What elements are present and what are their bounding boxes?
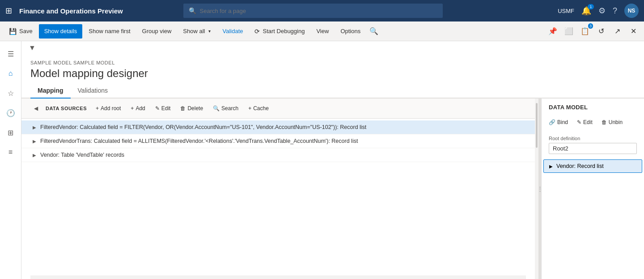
- add-root-button[interactable]: + Add root: [91, 102, 125, 115]
- unbin-label: Unbin: [609, 119, 623, 125]
- ds-panel: ◀ DATA SOURCES + Add root + Add ✎ Edit: [21, 99, 644, 279]
- show-details-button[interactable]: Show details: [39, 24, 83, 39]
- tabs-row: Mapping Validations: [21, 83, 644, 99]
- user-avatar[interactable]: NS: [624, 4, 639, 18]
- rp-tree: ▶ Vendor: Record list: [542, 158, 644, 279]
- rp-expand-arrow-icon[interactable]: ▶: [547, 163, 555, 170]
- add-root-label: Add root: [101, 105, 121, 112]
- unbin-button[interactable]: 🗑 Unbin: [598, 116, 626, 129]
- settings-icon[interactable]: ⚙: [598, 6, 606, 16]
- notification-badge: 1: [588, 4, 594, 9]
- expand-arrow-icon[interactable]: ▶: [30, 137, 38, 145]
- ds-header: ◀ DATA SOURCES + Add root + Add ✎ Edit: [21, 99, 535, 119]
- horizontal-scrollbar[interactable]: [30, 275, 526, 279]
- expand-arrow-icon[interactable]: ▶: [30, 123, 38, 131]
- edit-button[interactable]: ✎ Edit: [151, 102, 175, 115]
- main-layout: ☰ ⌂ ☆ 🕐 ⊞ ≡ ▼ SAMPLE MODEL SAMPLE MODEL …: [0, 41, 644, 279]
- data-model-panel: DATA MODEL 🔗 Bind ✎ Edit 🗑 Unbin R: [541, 99, 644, 279]
- expand-arrow-icon[interactable]: ▶: [30, 151, 38, 159]
- grid-icon[interactable]: ⊞: [5, 6, 12, 16]
- tree-item-text: FilteredVendor: Calculated field = FILTE…: [40, 124, 528, 130]
- search-label: Search: [221, 105, 238, 112]
- tab-mapping[interactable]: Mapping: [30, 83, 71, 99]
- search-icon: 🔍: [213, 105, 220, 112]
- root-definition-label: Root definition: [542, 132, 644, 143]
- org-label: USMF: [558, 8, 574, 14]
- save-button[interactable]: 💾 Save: [4, 24, 38, 39]
- help-icon[interactable]: ?: [613, 6, 617, 16]
- group-view-button[interactable]: Group view: [137, 24, 177, 39]
- tab-validations[interactable]: Validations: [71, 83, 115, 99]
- expand-icon[interactable]: ⬜: [562, 24, 576, 39]
- search-button[interactable]: 🔍 Search: [208, 102, 243, 115]
- add-root-icon: +: [96, 105, 99, 112]
- filter-icon[interactable]: ▼: [29, 44, 36, 52]
- open-new-icon[interactable]: ↗: [610, 24, 624, 39]
- toolbar-search-button[interactable]: 🔍: [367, 24, 381, 39]
- pin-icon[interactable]: 📌: [546, 24, 560, 39]
- search-icon: 🔍: [189, 7, 196, 14]
- nav-right: USMF 🔔 1 ⚙ ? NS: [558, 4, 639, 18]
- add-label: Add: [136, 105, 145, 112]
- start-debugging-button[interactable]: ⟳ Start Debugging: [249, 24, 310, 39]
- sidebar-menu-icon[interactable]: ☰: [2, 45, 20, 63]
- show-name-first-button[interactable]: Show name first: [83, 24, 136, 39]
- ds-collapse-btn[interactable]: ◀: [30, 103, 41, 114]
- rp-edit-icon: ✎: [577, 119, 581, 125]
- notification-icon[interactable]: 🔔 1: [581, 6, 591, 16]
- add-icon: +: [131, 105, 134, 112]
- search-bar[interactable]: 🔍: [183, 4, 443, 18]
- left-sidebar: ☰ ⌂ ☆ 🕐 ⊞ ≡: [0, 41, 21, 279]
- bind-button[interactable]: 🔗 Bind: [545, 116, 572, 129]
- add-button[interactable]: + Add: [126, 102, 149, 115]
- breadcrumb: SAMPLE MODEL SAMPLE MODEL: [21, 55, 644, 65]
- sidebar-workspace-icon[interactable]: ⊞: [2, 124, 20, 142]
- close-icon[interactable]: ✕: [626, 24, 640, 39]
- refresh-icon[interactable]: ↺: [594, 24, 608, 39]
- tree-item[interactable]: ▶ Vendor: Table 'VendTable' records: [21, 148, 535, 162]
- page-title: Model mapping designer: [30, 67, 635, 80]
- tree-item-text: FilteredVendorTrans: Calculated field = …: [40, 138, 528, 144]
- bind-icon: 🔗: [549, 119, 555, 125]
- sidebar-list-icon[interactable]: ≡: [2, 143, 20, 161]
- show-all-button[interactable]: Show all: [178, 24, 216, 39]
- tree-item[interactable]: ▶ FilteredVendor: Calculated field = FIL…: [21, 120, 535, 134]
- ds-main: ◀ DATA SOURCES + Add root + Add ✎ Edit: [21, 99, 535, 279]
- search-input[interactable]: [200, 8, 437, 14]
- sidebar-star-icon[interactable]: ☆: [2, 84, 20, 102]
- edit-label: Edit: [161, 105, 171, 112]
- page-title-row: Model mapping designer: [21, 65, 644, 83]
- rp-edit-button[interactable]: ✎ Edit: [573, 116, 596, 129]
- badge-icon[interactable]: 📋 3: [578, 24, 592, 39]
- toolbar-right: 📌 ⬜ 📋 3 ↺ ↗ ✕: [546, 24, 640, 39]
- content-area: ▼ SAMPLE MODEL SAMPLE MODEL Model mappin…: [21, 41, 644, 279]
- sidebar-home-icon[interactable]: ⌂: [2, 64, 20, 82]
- toolbar: 💾 Save Show details Show name first Grou…: [0, 21, 644, 41]
- debug-icon: ⟳: [254, 28, 260, 35]
- cache-icon: +: [248, 105, 251, 112]
- rp-tree-item[interactable]: ▶ Vendor: Record list: [543, 159, 642, 173]
- options-button[interactable]: Options: [335, 24, 366, 39]
- ds-title: DATA SOURCES: [46, 106, 87, 111]
- delete-button[interactable]: 🗑 Delete: [176, 102, 208, 115]
- sidebar-recent-icon[interactable]: 🕐: [2, 104, 20, 122]
- delete-icon: 🗑: [180, 105, 186, 112]
- top-nav: ⊞ Finance and Operations Preview 🔍 USMF …: [0, 0, 644, 21]
- rp-actions: 🔗 Bind ✎ Edit 🗑 Unbin: [542, 116, 644, 132]
- data-model-title: DATA MODEL: [542, 99, 644, 116]
- cache-label: Cache: [253, 105, 269, 112]
- delete-label: Delete: [187, 105, 203, 112]
- scroll-thumb: [536, 103, 538, 148]
- ds-tree: ▶ FilteredVendor: Calculated field = FIL…: [21, 119, 535, 275]
- vertical-scrollbar[interactable]: [535, 99, 538, 279]
- cache-button[interactable]: + Cache: [244, 102, 273, 115]
- validate-button[interactable]: Validate: [217, 24, 248, 39]
- root-definition-input[interactable]: [549, 143, 637, 154]
- rp-tree-item-text: Vendor: Record list: [556, 163, 604, 169]
- view-button[interactable]: View: [311, 24, 334, 39]
- tree-item[interactable]: ▶ FilteredVendorTrans: Calculated field …: [21, 134, 535, 148]
- save-icon: 💾: [9, 28, 17, 35]
- unbin-icon: 🗑: [602, 119, 607, 125]
- filter-row: ▼: [21, 41, 644, 55]
- tree-item-text: Vendor: Table 'VendTable' records: [40, 152, 528, 158]
